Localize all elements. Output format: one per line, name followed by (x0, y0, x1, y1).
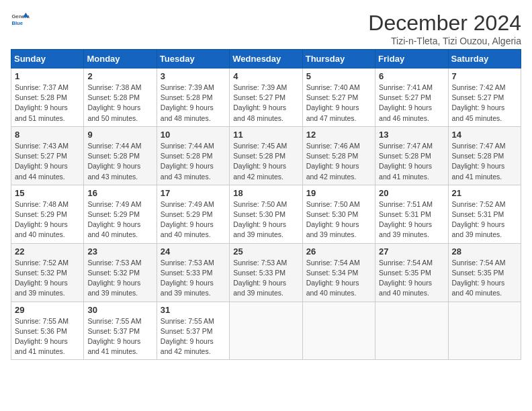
day-number: 5 (306, 71, 371, 81)
day-number: 23 (87, 246, 152, 257)
sunset-text: Sunset: 5:27 PM (306, 93, 359, 101)
day-info: Sunrise: 7:50 AMSunset: 5:30 PMDaylight:… (306, 199, 371, 240)
day-number: 14 (452, 130, 517, 140)
calendar-table: SundayMondayTuesdayWednesdayThursdayFrid… (11, 49, 521, 360)
day-info: Sunrise: 7:48 AMSunset: 5:29 PMDaylight:… (15, 199, 80, 240)
day-info: Sunrise: 7:50 AMSunset: 5:30 PMDaylight:… (233, 199, 298, 240)
daylight-text: Daylight: 9 hours and 42 minutes. (233, 162, 286, 180)
day-info: Sunrise: 7:42 AMSunset: 5:27 PMDaylight:… (452, 83, 517, 124)
sunset-text: Sunset: 5:31 PM (379, 210, 431, 218)
daylight-text: Daylight: 9 hours and 42 minutes. (306, 162, 359, 180)
calendar-cell (230, 302, 302, 360)
daylight-text: Daylight: 9 hours and 45 minutes. (452, 103, 505, 122)
sunset-text: Sunset: 5:28 PM (452, 152, 504, 160)
day-info: Sunrise: 7:43 AMSunset: 5:27 PMDaylight:… (15, 141, 80, 182)
day-number: 26 (306, 246, 371, 257)
day-header-wednesday: Wednesday (230, 50, 302, 68)
day-number: 16 (87, 188, 152, 198)
day-info: Sunrise: 7:55 AMSunset: 5:36 PMDaylight:… (15, 316, 80, 357)
sunrise-text: Sunrise: 7:55 AM (161, 317, 214, 325)
sunrise-text: Sunrise: 7:38 AM (87, 83, 141, 91)
sunset-text: Sunset: 5:27 PM (15, 152, 67, 160)
day-number: 18 (233, 188, 298, 198)
calendar-cell (375, 302, 448, 360)
sunrise-text: Sunrise: 7:47 AM (379, 142, 433, 150)
daylight-text: Daylight: 9 hours and 43 minutes. (87, 162, 140, 180)
day-number: 2 (87, 71, 152, 81)
sunrise-text: Sunrise: 7:52 AM (15, 259, 69, 267)
calendar-cell: 20Sunrise: 7:51 AMSunset: 5:31 PMDayligh… (375, 185, 448, 243)
title-block: December 2024 Tizi-n-Tleta, Tizi Ouzou, … (368, 11, 521, 46)
day-info: Sunrise: 7:40 AMSunset: 5:27 PMDaylight:… (306, 83, 371, 124)
day-info: Sunrise: 7:45 AMSunset: 5:28 PMDaylight:… (233, 141, 298, 182)
sunrise-text: Sunrise: 7:50 AM (306, 200, 360, 208)
sunset-text: Sunset: 5:37 PM (87, 327, 140, 335)
sunrise-text: Sunrise: 7:52 AM (452, 200, 506, 208)
day-number: 29 (15, 305, 80, 315)
daylight-text: Daylight: 9 hours and 46 minutes. (379, 103, 432, 122)
month-title: December 2024 (368, 11, 521, 36)
calendar-cell: 2Sunrise: 7:38 AMSunset: 5:28 PMDaylight… (84, 68, 157, 127)
daylight-text: Daylight: 9 hours and 40 minutes. (15, 220, 68, 238)
sunset-text: Sunset: 5:28 PM (87, 152, 140, 160)
sunrise-text: Sunrise: 7:54 AM (452, 259, 506, 267)
calendar-cell: 14Sunrise: 7:47 AMSunset: 5:28 PMDayligh… (448, 126, 521, 185)
sunset-text: Sunset: 5:28 PM (379, 152, 431, 160)
sunrise-text: Sunrise: 7:55 AM (15, 317, 69, 325)
calendar-cell (448, 302, 521, 360)
daylight-text: Daylight: 9 hours and 48 minutes. (161, 103, 214, 122)
day-info: Sunrise: 7:47 AMSunset: 5:28 PMDaylight:… (452, 141, 517, 182)
calendar-cell: 12Sunrise: 7:46 AMSunset: 5:28 PMDayligh… (302, 126, 375, 185)
sunrise-text: Sunrise: 7:53 AM (161, 259, 214, 267)
calendar-cell: 6Sunrise: 7:41 AMSunset: 5:27 PMDaylight… (375, 68, 448, 127)
day-info: Sunrise: 7:47 AMSunset: 5:28 PMDaylight:… (379, 141, 444, 182)
daylight-text: Daylight: 9 hours and 39 minutes. (87, 279, 140, 297)
day-info: Sunrise: 7:52 AMSunset: 5:32 PMDaylight:… (15, 258, 80, 299)
sunset-text: Sunset: 5:31 PM (452, 210, 504, 218)
calendar-cell: 24Sunrise: 7:53 AMSunset: 5:33 PMDayligh… (157, 243, 229, 302)
sunrise-text: Sunrise: 7:51 AM (379, 200, 433, 208)
daylight-text: Daylight: 9 hours and 41 minutes. (15, 337, 68, 355)
sunrise-text: Sunrise: 7:53 AM (233, 259, 287, 267)
day-number: 28 (452, 246, 517, 257)
sunset-text: Sunset: 5:35 PM (452, 269, 504, 277)
day-number: 30 (87, 305, 152, 315)
day-number: 9 (87, 130, 152, 140)
sunset-text: Sunset: 5:27 PM (379, 93, 431, 101)
calendar-cell: 30Sunrise: 7:55 AMSunset: 5:37 PMDayligh… (84, 302, 157, 360)
day-number: 20 (379, 188, 444, 198)
day-number: 22 (15, 246, 80, 257)
daylight-text: Daylight: 9 hours and 39 minutes. (379, 220, 432, 238)
daylight-text: Daylight: 9 hours and 43 minutes. (161, 162, 214, 180)
sunrise-text: Sunrise: 7:55 AM (87, 317, 141, 325)
calendar-cell: 8Sunrise: 7:43 AMSunset: 5:27 PMDaylight… (11, 126, 84, 185)
calendar-cell: 13Sunrise: 7:47 AMSunset: 5:28 PMDayligh… (375, 126, 448, 185)
daylight-text: Daylight: 9 hours and 40 minutes. (87, 220, 140, 238)
sunset-text: Sunset: 5:28 PM (233, 152, 285, 160)
day-number: 1 (15, 71, 80, 81)
calendar-cell: 25Sunrise: 7:53 AMSunset: 5:33 PMDayligh… (230, 243, 302, 302)
day-number: 12 (306, 130, 371, 140)
day-header-tuesday: Tuesday (157, 50, 229, 68)
calendar-cell: 16Sunrise: 7:49 AMSunset: 5:29 PMDayligh… (84, 185, 157, 243)
calendar-cell: 28Sunrise: 7:54 AMSunset: 5:35 PMDayligh… (448, 243, 521, 302)
calendar-cell: 5Sunrise: 7:40 AMSunset: 5:27 PMDaylight… (302, 68, 375, 127)
daylight-text: Daylight: 9 hours and 51 minutes. (15, 103, 68, 122)
day-info: Sunrise: 7:39 AMSunset: 5:28 PMDaylight:… (161, 83, 226, 124)
sunrise-text: Sunrise: 7:48 AM (15, 200, 69, 208)
day-info: Sunrise: 7:41 AMSunset: 5:27 PMDaylight:… (379, 83, 444, 124)
daylight-text: Daylight: 9 hours and 39 minutes. (15, 279, 68, 297)
day-info: Sunrise: 7:37 AMSunset: 5:28 PMDaylight:… (15, 83, 80, 124)
calendar-week-row: 22Sunrise: 7:52 AMSunset: 5:32 PMDayligh… (11, 243, 521, 302)
day-number: 11 (233, 130, 298, 140)
calendar-cell: 4Sunrise: 7:39 AMSunset: 5:27 PMDaylight… (230, 68, 302, 127)
calendar-cell: 18Sunrise: 7:50 AMSunset: 5:30 PMDayligh… (230, 185, 302, 243)
day-header-sunday: Sunday (11, 50, 84, 68)
daylight-text: Daylight: 9 hours and 41 minutes. (87, 337, 140, 355)
page-header: General Blue December 2024 Tizi-n-Tleta,… (11, 11, 521, 46)
svg-text:Blue: Blue (11, 20, 23, 26)
daylight-text: Daylight: 9 hours and 39 minutes. (452, 220, 505, 238)
calendar-cell: 21Sunrise: 7:52 AMSunset: 5:31 PMDayligh… (448, 185, 521, 243)
day-number: 4 (233, 71, 298, 81)
sunrise-text: Sunrise: 7:49 AM (161, 200, 214, 208)
